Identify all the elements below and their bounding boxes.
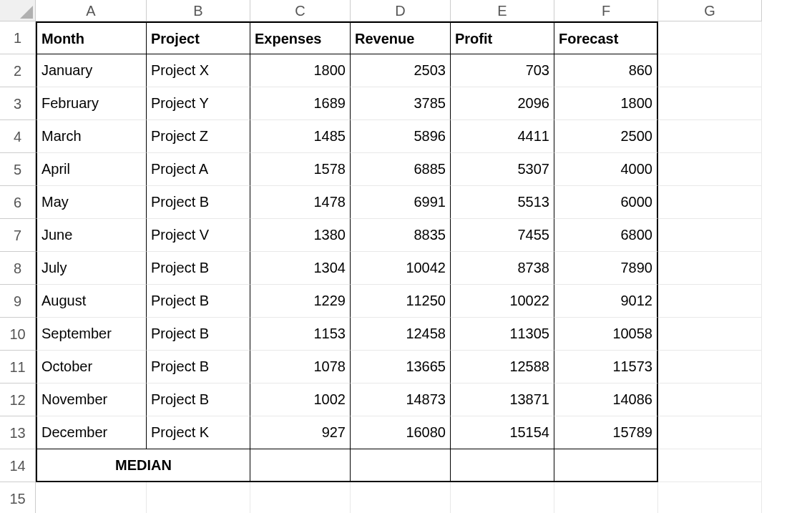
cell-B4[interactable]: Project Z xyxy=(147,120,250,153)
row-header-8[interactable]: 8 xyxy=(0,252,36,285)
cell-D12[interactable]: 14873 xyxy=(351,383,451,416)
col-header-B[interactable]: B xyxy=(147,0,250,21)
cell-C3[interactable]: 1689 xyxy=(250,87,351,120)
cell-D8[interactable]: 10042 xyxy=(351,252,451,285)
cell-A6[interactable]: May xyxy=(36,186,147,219)
row-header-1[interactable]: 1 xyxy=(0,21,36,54)
header-cell-E[interactable]: Profit xyxy=(451,21,554,54)
cell-G2[interactable] xyxy=(658,54,762,87)
cell-C14[interactable] xyxy=(250,449,351,482)
cell-C4[interactable]: 1485 xyxy=(250,120,351,153)
cell-F13[interactable]: 15789 xyxy=(554,416,658,449)
col-header-C[interactable]: C xyxy=(250,0,351,21)
cell-C7[interactable]: 1380 xyxy=(250,219,351,252)
row-header-15[interactable]: 15 xyxy=(0,482,36,513)
cell-G14[interactable] xyxy=(658,449,762,482)
cell-D4[interactable]: 5896 xyxy=(351,120,451,153)
cell-F9[interactable]: 9012 xyxy=(554,285,658,318)
cell-F11[interactable]: 11573 xyxy=(554,351,658,383)
cell-B9[interactable]: Project B xyxy=(147,285,250,318)
cell-A12[interactable]: November xyxy=(36,383,147,416)
cell-G4[interactable] xyxy=(658,120,762,153)
cell-E4[interactable]: 4411 xyxy=(451,120,554,153)
cell-G3[interactable] xyxy=(658,87,762,120)
cell-C5[interactable]: 1578 xyxy=(250,153,351,186)
cell-C12[interactable]: 1002 xyxy=(250,383,351,416)
cell-A2[interactable]: January xyxy=(36,54,147,87)
cell-F10[interactable]: 10058 xyxy=(554,318,658,351)
cell-G8[interactable] xyxy=(658,252,762,285)
cell-B12[interactable]: Project B xyxy=(147,383,250,416)
cell-F12[interactable]: 14086 xyxy=(554,383,658,416)
select-all-corner[interactable] xyxy=(0,0,36,21)
cell-B5[interactable]: Project A xyxy=(147,153,250,186)
cell-A8[interactable]: July xyxy=(36,252,147,285)
cell-A7[interactable]: June xyxy=(36,219,147,252)
cell-G15[interactable] xyxy=(658,482,762,513)
cell-A15[interactable] xyxy=(36,482,147,513)
cell-B2[interactable]: Project X xyxy=(147,54,250,87)
cell-C6[interactable]: 1478 xyxy=(250,186,351,219)
cell-F14[interactable] xyxy=(554,449,658,482)
header-cell-B[interactable]: Project xyxy=(147,21,250,54)
cell-B11[interactable]: Project B xyxy=(147,351,250,383)
row-header-9[interactable]: 9 xyxy=(0,285,36,318)
spreadsheet-grid[interactable]: ABCDEFG1MonthProjectExpensesRevenueProfi… xyxy=(0,0,812,513)
cell-A11[interactable]: October xyxy=(36,351,147,383)
cell-A4[interactable]: March xyxy=(36,120,147,153)
row-header-2[interactable]: 2 xyxy=(0,54,36,87)
cell-C9[interactable]: 1229 xyxy=(250,285,351,318)
cell-F2[interactable]: 860 xyxy=(554,54,658,87)
row-header-11[interactable]: 11 xyxy=(0,351,36,383)
cell-E5[interactable]: 5307 xyxy=(451,153,554,186)
col-header-D[interactable]: D xyxy=(351,0,451,21)
cell-D14[interactable] xyxy=(351,449,451,482)
cell-G6[interactable] xyxy=(658,186,762,219)
cell-A10[interactable]: September xyxy=(36,318,147,351)
cell-E13[interactable]: 15154 xyxy=(451,416,554,449)
cell-G10[interactable] xyxy=(658,318,762,351)
cell-E7[interactable]: 7455 xyxy=(451,219,554,252)
cell-G12[interactable] xyxy=(658,383,762,416)
cell-C11[interactable]: 1078 xyxy=(250,351,351,383)
cell-G7[interactable] xyxy=(658,219,762,252)
cell-E6[interactable]: 5513 xyxy=(451,186,554,219)
header-cell-C[interactable]: Expenses xyxy=(250,21,351,54)
cell-A13[interactable]: December xyxy=(36,416,147,449)
cell-D15[interactable] xyxy=(351,482,451,513)
cell-B8[interactable]: Project B xyxy=(147,252,250,285)
cell-B7[interactable]: Project V xyxy=(147,219,250,252)
cell-F8[interactable]: 7890 xyxy=(554,252,658,285)
col-header-E[interactable]: E xyxy=(451,0,554,21)
cell-E9[interactable]: 10022 xyxy=(451,285,554,318)
col-header-F[interactable]: F xyxy=(554,0,658,21)
row-header-6[interactable]: 6 xyxy=(0,186,36,219)
cell-D6[interactable]: 6991 xyxy=(351,186,451,219)
cell-A3[interactable]: February xyxy=(36,87,147,120)
cell-F5[interactable]: 4000 xyxy=(554,153,658,186)
cell-E12[interactable]: 13871 xyxy=(451,383,554,416)
cell-B6[interactable]: Project B xyxy=(147,186,250,219)
cell-A5[interactable]: April xyxy=(36,153,147,186)
cell-F3[interactable]: 1800 xyxy=(554,87,658,120)
cell-D7[interactable]: 8835 xyxy=(351,219,451,252)
cell-F7[interactable]: 6800 xyxy=(554,219,658,252)
header-cell-A[interactable]: Month xyxy=(36,21,147,54)
row-header-12[interactable]: 12 xyxy=(0,383,36,416)
row-header-14[interactable]: 14 xyxy=(0,449,36,482)
cell-C15[interactable] xyxy=(250,482,351,513)
cell-C2[interactable]: 1800 xyxy=(250,54,351,87)
header-cell-D[interactable]: Revenue xyxy=(351,21,451,54)
row-header-5[interactable]: 5 xyxy=(0,153,36,186)
row-header-10[interactable]: 10 xyxy=(0,318,36,351)
cell-E2[interactable]: 703 xyxy=(451,54,554,87)
col-header-A[interactable]: A xyxy=(36,0,147,21)
cell-B13[interactable]: Project K xyxy=(147,416,250,449)
cell-C8[interactable]: 1304 xyxy=(250,252,351,285)
cell-B3[interactable]: Project Y xyxy=(147,87,250,120)
cell-E10[interactable]: 11305 xyxy=(451,318,554,351)
cell-E14[interactable] xyxy=(451,449,554,482)
cell-G1[interactable] xyxy=(658,21,762,54)
cell-A9[interactable]: August xyxy=(36,285,147,318)
cell-D9[interactable]: 11250 xyxy=(351,285,451,318)
